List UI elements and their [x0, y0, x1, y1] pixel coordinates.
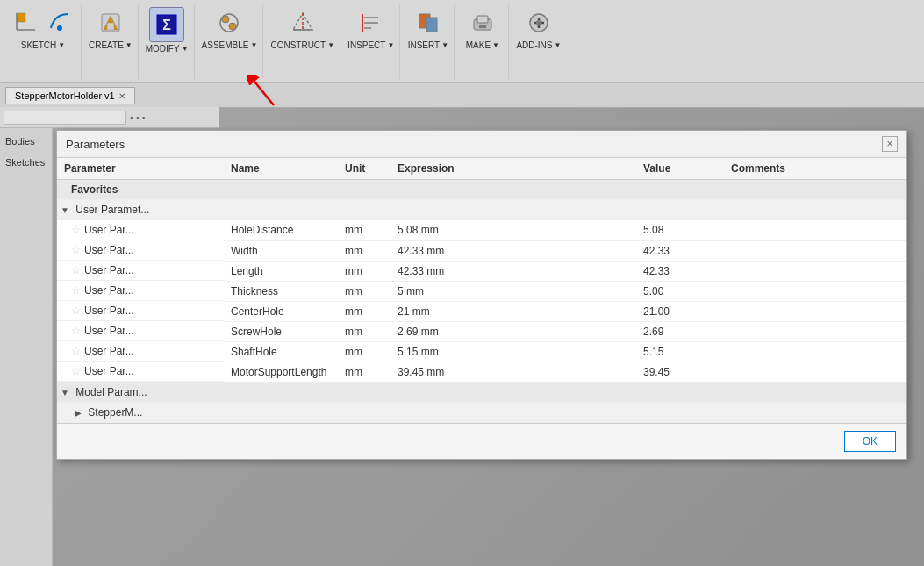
subsection-user-params: ▼ User Paramet...: [57, 200, 906, 220]
parameters-table: Parameter Name Unit Expression Value Com…: [57, 158, 906, 423]
collapse-user-params-btn[interactable]: ▼: [61, 205, 69, 215]
name-cell-length[interactable]: Length: [224, 261, 338, 281]
col-header-value: Value: [636, 158, 724, 180]
table-row: ☆ User Par... Thickness mm 5 mm 5.00: [57, 281, 906, 301]
subsection-stepperm: ▶ StepperM...: [57, 402, 906, 422]
name-cell-motorsupportlength[interactable]: MotorSupportLength: [224, 362, 338, 382]
star-icon-centerhole[interactable]: ☆: [71, 304, 81, 317]
table-row: ☆ User Par... CenterHole mm 21 mm 21.00: [57, 301, 906, 321]
star-icon-width[interactable]: ☆: [71, 244, 81, 256]
modal-title: Parameters: [66, 138, 125, 151]
table-header-row: Parameter Name Unit Expression Value Com…: [57, 158, 906, 180]
name-cell-screwhole[interactable]: ScrewHole: [224, 321, 338, 341]
parameters-modal: Parameters × Parameter Name Unit Express…: [56, 130, 907, 460]
name-cell-shafthole[interactable]: ShaftHole: [224, 341, 338, 362]
table-row: ☆ User Par... ScrewHole mm 2.69 mm 2.69: [57, 321, 906, 341]
modal-footer: OK: [57, 423, 906, 459]
table-row: ☆ User Par... MotorSupportLength mm 39.4…: [57, 362, 906, 382]
section-model-params: ▼ Model Param...: [57, 382, 906, 402]
star-icon-holedistance[interactable]: ☆: [71, 224, 81, 236]
name-cell-width[interactable]: Width: [224, 240, 338, 261]
table-row: ☆ User Par... Length mm 42.33 mm 42.33: [57, 261, 906, 281]
collapse-model-params-btn[interactable]: ▼: [61, 388, 69, 398]
modal-overlay: Parameters × Parameter Name Unit Express…: [0, 0, 924, 566]
ok-button[interactable]: OK: [844, 431, 896, 452]
star-icon-screwhole[interactable]: ☆: [71, 325, 81, 337]
star-icon-shafthole[interactable]: ☆: [71, 345, 81, 357]
table-row: ☆ User Par... ShaftHole mm 5.15 mm 5.15: [57, 341, 906, 362]
col-header-unit: Unit: [338, 158, 390, 180]
table-row: ☆ User Par... Width mm 42.33 mm 42.33: [57, 240, 906, 261]
name-cell-centerhole[interactable]: CenterHole: [224, 301, 338, 321]
col-header-parameter: Parameter: [57, 158, 224, 180]
col-header-comments: Comments: [724, 158, 906, 180]
col-header-expression: Expression: [390, 158, 636, 180]
table-row: ☆ User Par... HoleDistance mm 5.08 mm 5.…: [57, 220, 906, 241]
modal-title-bar: Parameters ×: [57, 131, 906, 158]
star-icon-motorsupportlength[interactable]: ☆: [71, 365, 81, 377]
name-cell-holedistance[interactable]: HoleDistance: [224, 220, 338, 241]
star-icon-length[interactable]: ☆: [71, 264, 81, 276]
col-header-name: Name: [224, 158, 338, 180]
modal-body: Parameter Name Unit Expression Value Com…: [57, 158, 906, 423]
star-icon-thickness[interactable]: ☆: [71, 284, 81, 297]
modal-close-button[interactable]: ×: [882, 136, 898, 152]
collapse-stepperm-btn[interactable]: ▶: [75, 408, 82, 418]
section-favorites: Favorites: [57, 180, 906, 200]
name-cell-thickness[interactable]: Thickness: [224, 281, 338, 301]
